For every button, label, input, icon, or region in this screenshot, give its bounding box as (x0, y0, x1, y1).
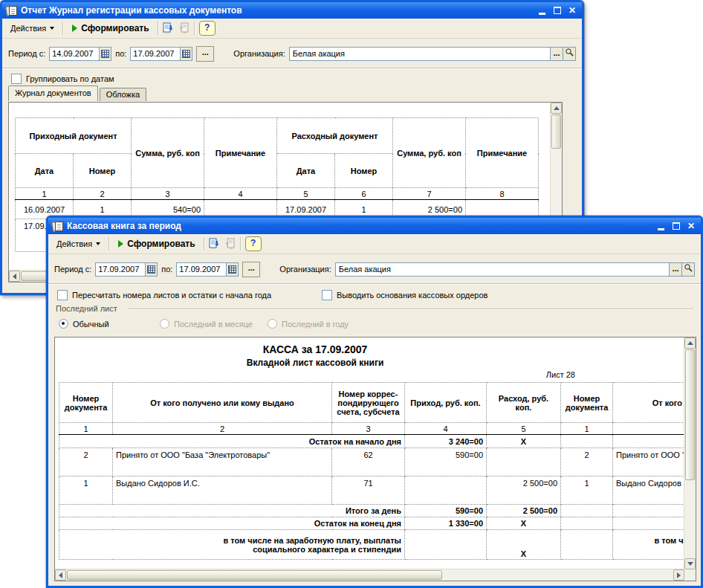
calendar-grid-icon[interactable] (226, 263, 238, 276)
titlebar[interactable]: Кассовая книга за период (48, 218, 701, 234)
period-from-value[interactable]: 17.09.2007 (96, 263, 145, 276)
sheet-number: Лист 28 (55, 370, 580, 379)
actions-label: Действия (10, 24, 46, 33)
scroll-up-button[interactable] (684, 337, 696, 349)
header-rashod-doc: Расходный документ (277, 118, 393, 154)
organization-value[interactable]: Белая акация (336, 263, 669, 276)
table-row: 1 Выдано Сидоров И.С. 71 2 500=00 1 Выда… (59, 476, 685, 505)
radio-month-option[interactable]: Последний в месяце (160, 319, 253, 329)
organization-field[interactable]: Белая акация ... (289, 47, 576, 61)
organization-value[interactable]: Белая акация (290, 48, 550, 60)
radio-last-in-year[interactable] (268, 319, 277, 329)
minimize-button[interactable] (537, 5, 548, 16)
magnifier-icon (684, 263, 693, 272)
calendar-grid-icon[interactable] (145, 263, 157, 276)
scroll-left-button[interactable] (9, 271, 20, 282)
arrow-left-icon (59, 572, 62, 578)
col-number: 2 (74, 188, 132, 200)
header-primechanie: Примечание (204, 118, 277, 188)
open-magnifier-button[interactable] (681, 263, 694, 276)
minimize-button[interactable] (655, 221, 667, 232)
radio-year-option[interactable]: Последний в году (268, 319, 349, 329)
calendar-grid-icon[interactable] (180, 48, 192, 60)
period-from-field[interactable]: 17.09.2007 (95, 262, 158, 277)
period-interval-button[interactable]: ... (242, 262, 260, 277)
maximize-button[interactable] (551, 5, 563, 16)
horizontal-scrollbar[interactable] (55, 569, 684, 581)
cell: Выдано Сидоров И.С. (613, 476, 685, 505)
actions-menu-button[interactable]: Действия (52, 237, 105, 251)
group-by-dates-option[interactable]: Группировать по датам (11, 74, 114, 84)
open-magnifier-button[interactable] (563, 48, 575, 60)
period-to-value[interactable]: 17.09.2007 (131, 48, 180, 60)
scrollbar-thumb[interactable] (685, 349, 695, 480)
header-corr-account: Номер коррес-пондирующего счета, субсчет… (332, 383, 405, 423)
tab-cover[interactable]: Обложка (100, 88, 146, 101)
calendar-grid-icon[interactable] (99, 48, 111, 60)
grounds-checkbox[interactable] (322, 290, 332, 300)
col-number: 2 (113, 423, 332, 435)
radio-month-label: Последний в месяце (174, 320, 253, 329)
generate-button[interactable]: Сформировать (114, 236, 199, 251)
period-interval-button[interactable]: ... (196, 46, 214, 62)
actions-menu-button[interactable]: Действия (6, 22, 59, 35)
cell (561, 517, 613, 530)
vertical-scrollbar[interactable] (684, 337, 696, 569)
generate-button[interactable]: Сформировать (68, 21, 153, 36)
recalc-option[interactable]: Пересчитать номера листов и остатки с на… (57, 290, 271, 300)
header-nomer: Номер (335, 154, 393, 188)
separator-line (2, 68, 582, 69)
scroll-right-button[interactable] (673, 569, 684, 581)
period-to-value[interactable]: 17.09.2007 (177, 263, 226, 276)
save-settings-icon[interactable] (163, 22, 175, 34)
group-by-dates-checkbox[interactable] (11, 74, 22, 84)
radio-normal[interactable] (59, 319, 68, 329)
maximize-button[interactable] (670, 221, 682, 232)
tab-journal[interactable]: Журнал документов (8, 85, 98, 101)
col-number: 2 (613, 423, 685, 435)
col-number: 1 (16, 188, 74, 200)
save-settings-icon[interactable] (209, 238, 221, 250)
header-summa: Сумма, руб. коп (132, 118, 204, 188)
titlebar[interactable]: Отчет Журнал регистрации кассовых докуме… (2, 2, 582, 19)
scroll-left-button[interactable] (55, 569, 66, 581)
choose-ellipsis-button[interactable]: ... (550, 48, 563, 60)
header-summa: Сумма, руб. коп (393, 118, 466, 188)
period-from-field[interactable]: 14.09.2007 (49, 47, 111, 61)
including-label-2: в том числе на заработную плату, выплаты… (613, 530, 685, 560)
scrollbar-thumb[interactable] (67, 570, 442, 580)
toolbar-separator (158, 22, 159, 35)
cell (405, 530, 487, 560)
period-from-value[interactable]: 14.09.2007 (50, 48, 99, 60)
balance-begin-prihod: 3 240=00 (405, 435, 487, 448)
magnifier-icon (565, 48, 574, 56)
grounds-option[interactable]: Выводить основания кассовых ордеров (322, 290, 487, 300)
help-button[interactable]: ? (245, 236, 262, 251)
cell (405, 476, 487, 505)
help-button[interactable]: ? (199, 21, 216, 36)
radio-normal-option[interactable]: Обычный (59, 319, 109, 329)
header-rashod: Расход, руб. коп. (487, 383, 561, 423)
choose-ellipsis-button[interactable]: ... (669, 263, 681, 276)
scroll-up-button[interactable] (551, 103, 562, 114)
scroll-down-button[interactable] (684, 558, 696, 569)
cell (561, 530, 613, 560)
close-button[interactable] (685, 221, 697, 232)
grounds-label: Выводить основания кассовых ордеров (337, 291, 487, 300)
group-by-dates-label: Группировать по датам (26, 74, 114, 83)
scrollbar-corner (684, 569, 696, 581)
cash-book-report-panel[interactable]: КАССА за 17.09.2007 Вкладной лист кассов… (54, 337, 696, 581)
restore-settings-icon[interactable] (224, 238, 236, 250)
toolbar-separator (194, 22, 195, 35)
close-button[interactable] (566, 5, 578, 16)
col-number: 1 (561, 423, 613, 435)
restore-settings-icon[interactable] (178, 22, 190, 34)
balance-begin-label: Остаток на начало дня (59, 435, 405, 448)
period-to-field[interactable]: 17.09.2007 (130, 47, 192, 61)
period-from-label: Период с: (8, 49, 45, 58)
recalc-checkbox[interactable] (57, 290, 68, 300)
scrollbar-thumb[interactable] (551, 114, 561, 149)
period-to-field[interactable]: 17.09.2007 (176, 262, 239, 277)
organization-field[interactable]: Белая акация ... (335, 262, 695, 277)
radio-last-in-month[interactable] (160, 319, 169, 329)
